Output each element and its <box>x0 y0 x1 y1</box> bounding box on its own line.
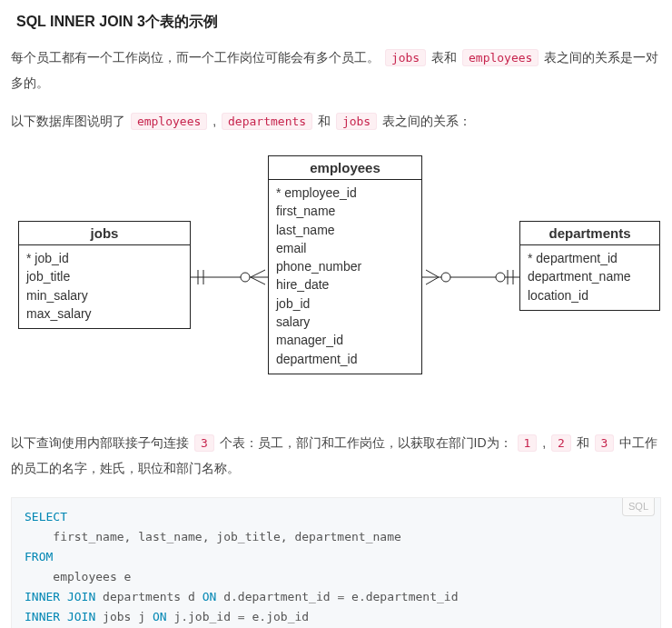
svg-line-3 <box>251 270 265 277</box>
entity-jobs: jobs * job_id job_title min_salary max_s… <box>18 221 191 329</box>
entity-name: departments <box>520 222 659 245</box>
kw-select: SELECT <box>25 510 67 523</box>
kw-on: ON <box>153 610 167 623</box>
entity-fields: * job_id job_title min_salary max_salary <box>19 245 190 328</box>
text: 表之间的关系： <box>382 114 471 128</box>
field: hire_date <box>276 275 414 294</box>
text: 以下数据库图说明了 <box>11 114 129 128</box>
code-num: 2 <box>551 434 571 452</box>
entity-departments: departments * department_id department_n… <box>519 221 660 311</box>
field: min_salary <box>26 286 183 304</box>
entity-name: employees <box>269 156 421 180</box>
code-text: departments d <box>95 590 202 603</box>
kw-join: INNER JOIN <box>25 610 95 623</box>
code-num: 3 <box>595 434 615 452</box>
text: 个表：员工，部门和工作岗位，以获取在部门ID为： <box>220 435 516 450</box>
op-eq: = <box>238 610 245 623</box>
code-num: 3 <box>194 434 214 452</box>
entity-name: jobs <box>19 222 190 245</box>
field: manager_id <box>276 331 414 349</box>
code-text: e.department_id <box>344 590 458 603</box>
field: last_name <box>276 221 414 239</box>
code-block: SQLSELECT first_name, last_name, job_tit… <box>11 497 661 628</box>
paragraph-3: 以下查询使用内部联接子句连接 3 个表：员工，部门和工作岗位，以获取在部门ID为… <box>11 430 661 481</box>
code-jobs: jobs <box>336 113 377 130</box>
entity-fields: * department_id department_name location… <box>520 245 659 310</box>
kw-on: ON <box>203 590 217 603</box>
code-cols: first_name, last_name, job_title, depart… <box>25 530 401 543</box>
code-table: employees e <box>25 570 131 583</box>
svg-line-4 <box>251 277 265 284</box>
entity-employees: employees * employee_id first_name last_… <box>268 155 422 374</box>
code-text: d.department_id <box>216 590 337 603</box>
field: job_id <box>276 294 414 313</box>
code-text: e.job_id <box>245 610 309 623</box>
field: job_title <box>26 267 183 285</box>
article-title: SQL INNER JOIN 3个表的示例 <box>16 13 661 32</box>
code-employees: employees <box>462 49 539 66</box>
text: 和 <box>577 435 593 450</box>
kw-join: INNER JOIN <box>25 590 95 603</box>
field: department_id <box>276 350 414 368</box>
svg-line-8 <box>426 277 439 284</box>
field: * employee_id <box>276 184 414 202</box>
text: 表和 <box>431 50 460 65</box>
text: 每个员工都有一个工作岗位，而一个工作岗位可能会有多个员工。 <box>11 50 383 65</box>
relation-jobs-employees <box>191 266 269 288</box>
field: * department_id <box>528 249 652 267</box>
code-text: jobs j <box>95 610 153 623</box>
entity-fields: * employee_id first_name last_name email… <box>269 180 421 374</box>
code-lang-tag: SQL <box>622 498 655 516</box>
text: , <box>542 435 549 450</box>
code-employees: employees <box>131 113 207 130</box>
code-departments: departments <box>222 113 312 130</box>
field: * job_id <box>26 249 183 267</box>
kw-from: FROM <box>25 550 53 563</box>
code-num: 1 <box>518 434 538 452</box>
er-diagram: jobs * job_id job_title min_salary max_s… <box>11 150 661 404</box>
field: first_name <box>276 202 414 220</box>
relation-employees-departments <box>422 266 520 288</box>
code-jobs: jobs <box>385 49 426 66</box>
text: 以下查询使用内部联接子句连接 <box>11 435 193 450</box>
paragraph-2: 以下数据库图说明了 employees , departments 和 jobs… <box>11 108 661 134</box>
field: max_salary <box>26 304 183 323</box>
text: , <box>212 114 220 128</box>
svg-line-7 <box>426 270 439 277</box>
code-text: j.job_id <box>167 610 238 623</box>
svg-point-9 <box>441 273 450 282</box>
field: salary <box>276 313 414 331</box>
paragraph-1: 每个员工都有一个工作岗位，而一个工作岗位可能会有多个员工。 jobs 表和 em… <box>11 45 661 95</box>
svg-point-10 <box>496 273 505 282</box>
field: email <box>276 239 414 257</box>
field: phone_number <box>276 257 414 275</box>
text: 和 <box>318 114 334 128</box>
svg-point-5 <box>241 273 250 282</box>
field: department_name <box>528 267 652 285</box>
field: location_id <box>528 286 652 304</box>
